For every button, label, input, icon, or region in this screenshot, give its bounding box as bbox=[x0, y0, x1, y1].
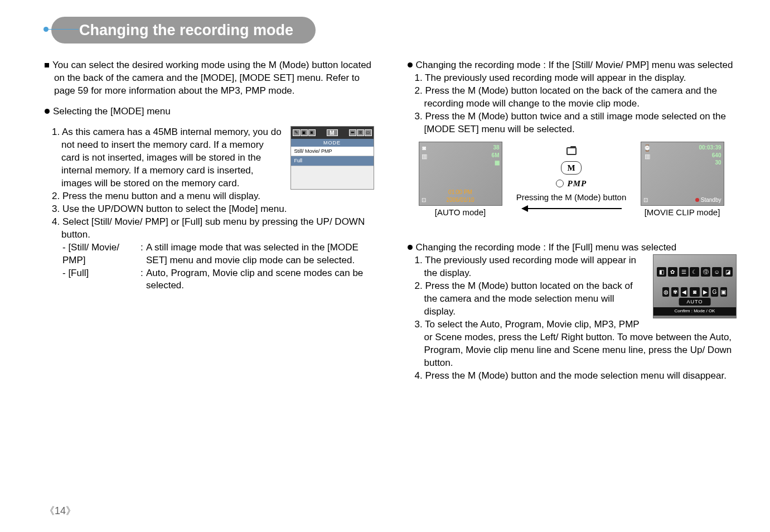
quality-icon: ▦ bbox=[495, 159, 500, 166]
standby-label: Standby bbox=[701, 197, 721, 203]
mode-change-diagram: ◙▥ 38 6M ▦ ⊡ 01:00 PM 2006/01/10 [AUTO m… bbox=[419, 142, 737, 218]
hdr-icon: ⊞ bbox=[357, 129, 364, 136]
scene-icon: ◧ bbox=[657, 267, 666, 277]
page-title-container: Changing the recording mode bbox=[51, 17, 737, 43]
hdr-icon: ◙ bbox=[308, 129, 316, 136]
def-full: - [Full] : Auto, Program, Movie clip and… bbox=[45, 267, 374, 293]
camera-icon: ◙▥ bbox=[422, 144, 427, 161]
square-bullet-icon bbox=[45, 63, 49, 67]
hdr-icon: ⬅ bbox=[349, 129, 356, 136]
bl-icons: ⊡ bbox=[643, 196, 648, 204]
mode-menu-mini-screenshot: ✎ ▣ ◙ M ⬅ ⊞ ▭ MODE Still/ Movie/ PMP Ful… bbox=[290, 126, 374, 190]
hdr-icon: ✎ bbox=[293, 129, 300, 136]
mp3-pmp-line: PMP bbox=[516, 178, 627, 189]
mode-name-label: AUTO bbox=[679, 298, 711, 306]
hdr-icon: ▭ bbox=[365, 129, 372, 136]
mini-subheader: MODE bbox=[291, 139, 374, 147]
scene-icon: ☾ bbox=[690, 267, 699, 277]
title-bar: Changing the recording mode bbox=[51, 17, 316, 43]
rotate-icon bbox=[556, 180, 564, 187]
scene-icon: ☰ bbox=[679, 267, 689, 277]
full-mode-menu-thumb: ◧ ✿ ☰ ☾ Ⓠ ☺ ◪ ◍ ✾ ◀ ◙ ▶ G ▣ AUTO Confirm… bbox=[653, 254, 737, 318]
fps-label: 30 bbox=[715, 159, 721, 166]
hdr-icon: ▣ bbox=[301, 129, 308, 136]
nav-left-icon: ◀ bbox=[681, 287, 687, 297]
change-mode-1-heading: Changing the recording mode : If the [St… bbox=[408, 59, 737, 72]
round-bullet-icon bbox=[408, 62, 413, 67]
mode-icon: ▣ bbox=[720, 287, 727, 297]
ch1-step-3: 3. Press the M (Mode) button twice and a… bbox=[408, 110, 737, 136]
movie-mode-thumb: ⌚▥ 00:03:39 640 30 ⊡ Standby bbox=[641, 142, 724, 206]
ch2-step-3: 3. To select the Auto, Program, Movie cl… bbox=[408, 318, 737, 370]
right-column: Changing the recording mode : If the [St… bbox=[408, 59, 737, 382]
video-res: 640 bbox=[712, 152, 721, 158]
mid-diagram-col: M PMP Pressing the M (Mode) button bbox=[516, 142, 627, 212]
resolution-label: 6M bbox=[492, 152, 500, 158]
m-button-label: M bbox=[561, 161, 581, 175]
page-title: Changing the recording mode bbox=[79, 20, 293, 40]
nav-right-icon: ▶ bbox=[702, 287, 709, 297]
rec-dot-icon bbox=[695, 198, 699, 202]
round-bullet-icon bbox=[408, 245, 413, 250]
mid-caption: Pressing the M (Mode) button bbox=[516, 192, 627, 203]
movie-caption: [MOVIE CLIP mode] bbox=[641, 207, 724, 218]
auto-mode-thumb: ◙▥ 38 6M ▦ ⊡ 01:00 PM 2006/01/10 bbox=[419, 142, 502, 206]
ch1-step-1: 1. The previously used recording mode wi… bbox=[408, 72, 737, 85]
camera-outline-icon bbox=[566, 147, 577, 155]
select-mode-heading: Selecting the [MODE] menu bbox=[45, 105, 374, 118]
page-number: 《14》 bbox=[45, 504, 76, 518]
scene-icon: ☺ bbox=[712, 267, 721, 277]
left-step-3: 3. Use the UP/DOWN button to select the … bbox=[45, 203, 374, 216]
round-bullet-icon bbox=[45, 109, 50, 114]
scene-icon: Ⓠ bbox=[701, 267, 710, 277]
mode-icon: G bbox=[711, 287, 718, 297]
selected-mode-icon: ◙ bbox=[690, 287, 700, 297]
intro-text: You can select the desired working mode … bbox=[52, 60, 371, 96]
left-column: You can select the desired working mode … bbox=[45, 59, 374, 382]
intro-paragraph: You can select the desired working mode … bbox=[45, 59, 374, 98]
date-label: 2006/01/10 bbox=[446, 197, 474, 203]
bl-icons: ⊡ bbox=[422, 196, 426, 204]
auto-mode-col: ◙▥ 38 6M ▦ ⊡ 01:00 PM 2006/01/10 [AUTO m… bbox=[419, 142, 502, 218]
ch2-step-4: 4. Press the M (Mode) button and the mod… bbox=[408, 370, 737, 383]
mode-icon: ✾ bbox=[671, 287, 678, 297]
rec-time: 00:03:39 bbox=[699, 144, 721, 151]
mode-icon: ◍ bbox=[662, 287, 669, 297]
title-line bbox=[46, 29, 79, 30]
time-label: 01:00 PM bbox=[448, 189, 472, 195]
scene-icon: ◪ bbox=[723, 267, 733, 277]
movie-mode-col: ⌚▥ 00:03:39 640 30 ⊡ Standby [MOVIE CLIP… bbox=[641, 142, 724, 218]
left-step-2: 2. Press the menu button and a menu will… bbox=[45, 190, 374, 203]
change-mode-2-heading: Changing the recording mode : If the [Fu… bbox=[408, 241, 737, 254]
mini-row-selected: Full bbox=[291, 156, 374, 166]
ch1-step-2: 2. Press the M (Mode) button located on … bbox=[408, 85, 737, 110]
m-icon: M bbox=[327, 129, 338, 136]
auto-caption: [AUTO mode] bbox=[419, 207, 502, 218]
left-step-4: 4. Select [Still/ Movie/ PMP] or [Full] … bbox=[45, 216, 374, 241]
movie-icon: ⌚▥ bbox=[643, 144, 651, 161]
mini-row: Still/ Movie/ PMP bbox=[291, 147, 374, 156]
arrow-left-icon bbox=[521, 205, 622, 212]
scene-icon: ✿ bbox=[668, 267, 677, 277]
shots-count: 38 bbox=[493, 144, 499, 151]
confirm-hint: Confirm : Mode / OK bbox=[653, 307, 736, 316]
def-still-movie-pmp: - [Still/ Movie/ PMP] : A still image mo… bbox=[45, 241, 374, 267]
